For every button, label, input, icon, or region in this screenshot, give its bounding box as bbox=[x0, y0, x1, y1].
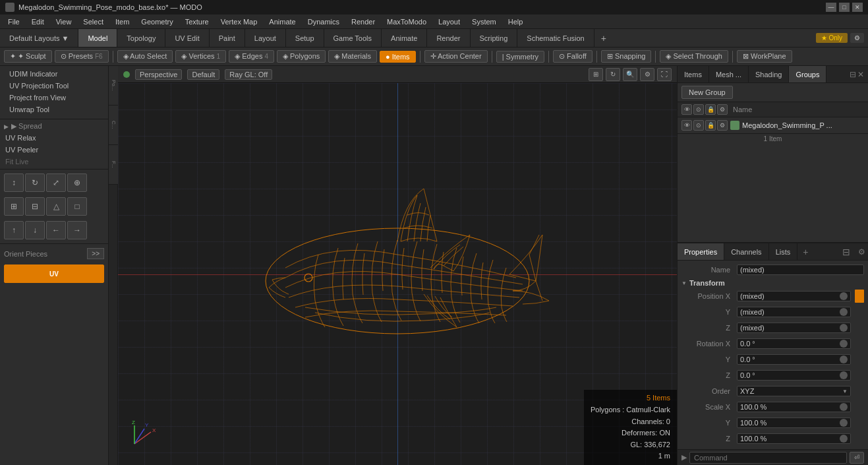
edges-button[interactable]: ◈ Edges 4 bbox=[229, 50, 274, 63]
tool-down-icon[interactable]: ↓ bbox=[25, 221, 45, 239]
scale-y-value[interactable]: 100.0 % bbox=[737, 418, 851, 428]
default-shading-button[interactable]: Default bbox=[187, 69, 219, 80]
position-y-value[interactable]: (mixed) bbox=[737, 307, 851, 317]
menu-edit[interactable]: Edit bbox=[26, 16, 49, 27]
tab-mesh[interactable]: Mesh ... bbox=[709, 66, 749, 82]
position-x-value[interactable]: (mixed) bbox=[737, 291, 851, 301]
fit-live-item[interactable]: Fit Live bbox=[0, 156, 108, 168]
tab-items[interactable]: Items bbox=[678, 66, 709, 82]
tool-grid-icon[interactable]: ⊞ bbox=[4, 197, 24, 216]
group-eye-icon[interactable]: 👁 bbox=[681, 120, 692, 131]
rotation-y-value[interactable]: 0.0 ° bbox=[737, 354, 851, 365]
tab-scripting[interactable]: Scripting bbox=[471, 29, 518, 47]
uv-relax-item[interactable]: UV Relax bbox=[0, 132, 108, 144]
uv-peeler-item[interactable]: UV Peeler bbox=[0, 144, 108, 156]
vis-icon-lock[interactable]: 🔒 bbox=[705, 104, 716, 115]
viewport-icon-btn-3[interactable]: 🔍 bbox=[623, 68, 637, 81]
menu-render[interactable]: Render bbox=[346, 16, 380, 27]
tool-up-icon[interactable]: ↑ bbox=[4, 221, 24, 239]
tab-add-button[interactable]: + bbox=[594, 29, 613, 47]
tool-uv-icon[interactable]: ⊟ bbox=[25, 197, 45, 216]
properties-gear-icon[interactable]: ⚙ bbox=[855, 243, 868, 260]
tool-transform-icon[interactable]: ⊕ bbox=[67, 173, 87, 192]
tool-quad-icon[interactable]: □ bbox=[67, 197, 87, 216]
symmetry-button[interactable]: | Symmetry bbox=[496, 51, 544, 63]
tab-uvedit[interactable]: UV Edit bbox=[165, 29, 209, 47]
minimize-button[interactable]: — bbox=[826, 3, 836, 12]
new-group-button[interactable]: New Group bbox=[681, 86, 733, 99]
spread-group[interactable]: ▶ Spread bbox=[0, 121, 108, 132]
tab-lists[interactable]: Lists bbox=[769, 243, 798, 260]
name-input[interactable] bbox=[737, 264, 864, 275]
materials-button[interactable]: ◈ Materials bbox=[328, 50, 377, 63]
tab-topology[interactable]: Topology bbox=[117, 29, 165, 47]
ray-gl-button[interactable]: Ray GL: Off bbox=[225, 69, 272, 80]
tab-properties[interactable]: Properties bbox=[678, 243, 724, 260]
tool-left-icon[interactable]: ← bbox=[46, 221, 66, 239]
menu-view[interactable]: View bbox=[51, 16, 77, 27]
tab-schematic-fusion[interactable]: Schematic Fusion bbox=[517, 29, 594, 47]
project-from-view-item[interactable]: Project from View bbox=[4, 92, 104, 104]
viewport-icon-btn-4[interactable]: ⚙ bbox=[640, 68, 654, 81]
properties-expand-icon[interactable]: ⊟ bbox=[838, 243, 854, 260]
collapse-tab-po[interactable]: Po... bbox=[109, 66, 118, 106]
tab-animate[interactable]: Animate bbox=[382, 29, 427, 47]
viewport-canvas[interactable]: X Y Z 5 Items Polygons : Catmull-Clark C… bbox=[118, 83, 677, 465]
udim-indicator-item[interactable]: UDIM Indicator bbox=[4, 68, 104, 80]
group-settings-icon[interactable]: ⚙ bbox=[717, 120, 728, 131]
sculpt-button[interactable]: ✦ ✦ Sculpt bbox=[4, 50, 52, 63]
star-only-button[interactable]: ★ Only bbox=[816, 33, 848, 43]
falloff-button[interactable]: ⊙ Falloff bbox=[553, 50, 593, 63]
items-button[interactable]: ● Items bbox=[380, 51, 416, 63]
tabbar-gear-button[interactable]: ⚙ bbox=[850, 33, 864, 43]
group-list-item[interactable]: 👁 ⊙ 🔒 ⚙ Megalodon_Swimming_P ... bbox=[678, 117, 868, 134]
viewport-icon-btn-5[interactable]: ⛶ bbox=[657, 68, 672, 81]
auto-select-button[interactable]: ◈ Auto Select bbox=[117, 50, 173, 63]
tab-layout[interactable]: Layout bbox=[245, 29, 286, 47]
viewport-icon-btn-2[interactable]: ↻ bbox=[606, 68, 620, 81]
scale-x-value[interactable]: 100.0 % bbox=[737, 402, 851, 412]
tab-model[interactable]: Model bbox=[78, 29, 117, 47]
unwrap-tool-item[interactable]: Unwrap Tool bbox=[4, 104, 104, 115]
menu-item[interactable]: Item bbox=[110, 16, 134, 27]
menu-geometry[interactable]: Geometry bbox=[136, 16, 178, 27]
tab-groups[interactable]: Groups bbox=[789, 66, 826, 82]
tool-tri-icon[interactable]: △ bbox=[46, 197, 66, 216]
menu-help[interactable]: Help bbox=[503, 16, 529, 27]
rotation-x-value[interactable]: 0.0 ° bbox=[737, 338, 851, 349]
menu-system[interactable]: System bbox=[467, 16, 502, 27]
orient-expand-button[interactable]: >> bbox=[87, 248, 104, 259]
order-value[interactable]: XYZ ▼ bbox=[737, 386, 851, 396]
position-z-value[interactable]: (mixed) bbox=[737, 323, 851, 333]
vertices-button[interactable]: ◈ Vertices 1 bbox=[175, 50, 226, 63]
window-controls[interactable]: — □ ✕ bbox=[826, 3, 863, 12]
default-layouts-dropdown[interactable]: Default Layouts ▼ bbox=[0, 29, 78, 47]
tab-channels[interactable]: Channels bbox=[724, 243, 768, 260]
menu-select[interactable]: Select bbox=[78, 16, 109, 27]
tab-shading[interactable]: Shading bbox=[749, 66, 789, 82]
rotation-z-value[interactable]: 0.0 ° bbox=[737, 370, 851, 381]
action-center-button[interactable]: ✛ Action Center bbox=[424, 50, 488, 63]
menu-maxtomodo[interactable]: MaxToModo bbox=[382, 16, 432, 27]
tool-rotate-icon[interactable]: ↻ bbox=[25, 173, 45, 192]
maximize-button[interactable]: □ bbox=[839, 3, 850, 12]
perspective-button[interactable]: Perspective bbox=[135, 69, 182, 80]
tool-move-icon[interactable]: ↕ bbox=[4, 173, 24, 192]
scale-z-value[interactable]: 100.0 % bbox=[737, 433, 851, 444]
polygons-button[interactable]: ◈ Polygons bbox=[277, 50, 326, 63]
tool-scale-icon[interactable]: ⤢ bbox=[46, 173, 66, 192]
menu-dynamics[interactable]: Dynamics bbox=[303, 16, 345, 27]
uv-projection-tool-item[interactable]: UV Projection Tool bbox=[4, 80, 104, 92]
menu-animate[interactable]: Animate bbox=[264, 16, 301, 27]
menu-file[interactable]: File bbox=[3, 16, 25, 27]
viewport-icon-btn-1[interactable]: ⊞ bbox=[589, 68, 603, 81]
command-input[interactable] bbox=[689, 452, 847, 464]
group-render-icon[interactable]: ⊙ bbox=[693, 120, 704, 131]
tab-game-tools[interactable]: Game Tools bbox=[324, 29, 382, 47]
menu-layout[interactable]: Layout bbox=[433, 16, 465, 27]
tool-right-icon[interactable]: → bbox=[67, 221, 87, 239]
tab-setup[interactable]: Setup bbox=[286, 29, 324, 47]
vis-icon-settings[interactable]: ⚙ bbox=[717, 104, 728, 115]
group-lock-icon[interactable]: 🔒 bbox=[705, 120, 716, 131]
snapping-button[interactable]: ⊞ Snapping bbox=[601, 50, 652, 63]
